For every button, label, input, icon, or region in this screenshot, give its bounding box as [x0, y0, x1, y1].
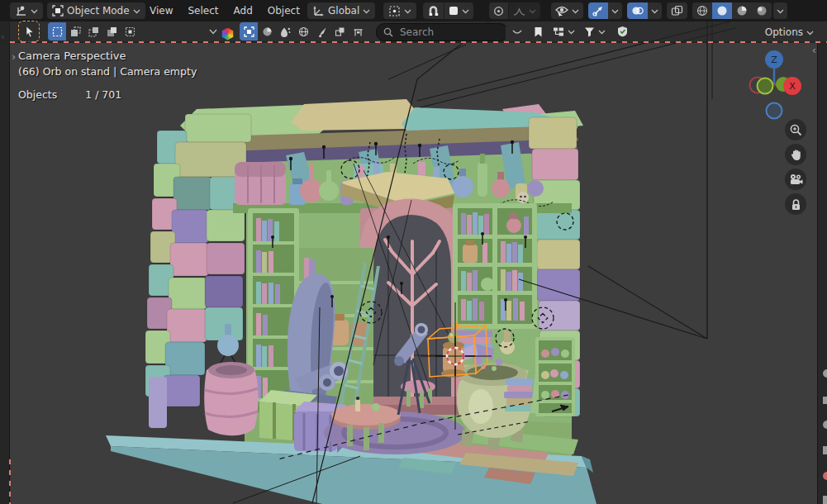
render-border-top: [10, 41, 827, 43]
bookmark-button[interactable]: [529, 22, 547, 40]
shield-check-button[interactable]: [613, 22, 631, 40]
shading-rendered-icon: [756, 5, 768, 17]
chevron-wide-icon: [511, 28, 523, 36]
navigation-gizmo[interactable]: Z X: [742, 48, 808, 122]
xray-icon: [671, 5, 683, 17]
visibility-eye-icon: [555, 5, 568, 17]
filter-world-button[interactable]: [294, 22, 312, 40]
shading-wireframe-button[interactable]: [692, 2, 712, 19]
search-field[interactable]: [376, 23, 508, 41]
zoom-button[interactable]: [785, 119, 806, 140]
material-hexagon-icon: [221, 28, 234, 40]
select-intersect-icon: [125, 26, 135, 37]
select-subtract-button[interactable]: [84, 22, 102, 40]
menu-object[interactable]: Object: [260, 2, 307, 19]
properties-tab-sliver[interactable]: [818, 43, 827, 504]
options-dropdown[interactable]: Options: [760, 24, 819, 40]
falloff-dropdown[interactable]: [509, 2, 540, 19]
filter-collections-button[interactable]: [330, 22, 349, 40]
active-object-label: (66) Orb on stand | Camera empty: [18, 65, 197, 78]
proportional-edit-toggle[interactable]: [489, 2, 508, 19]
mode-dropdown[interactable]: Object Mode: [47, 2, 145, 19]
filter-workspace-icon: [353, 26, 364, 37]
snap-toggle[interactable]: [423, 2, 444, 19]
filter-dropdown[interactable]: [580, 23, 610, 40]
viewport-overlay-text: Camera Perspective (66) Orb on stand | C…: [18, 50, 197, 101]
proportional-edit-controls: [489, 2, 540, 19]
menu-add[interactable]: Add: [226, 2, 260, 19]
snap-target-icon: [449, 6, 459, 16]
chevron-down-icon: [31, 7, 38, 15]
display-mode-dropdown[interactable]: [549, 23, 579, 40]
toolbar-expand-icon[interactable]: ›: [12, 53, 16, 61]
chevron-down-icon: [568, 28, 575, 36]
editor-type-icon: [15, 5, 27, 17]
collapse-dropdown-button[interactable]: [506, 24, 529, 40]
filter-collections-icon: [335, 26, 345, 37]
overlays-dropdown[interactable]: [648, 2, 662, 19]
shading-material-button[interactable]: [732, 2, 752, 19]
transform-orientation-dropdown[interactable]: Global: [307, 2, 375, 19]
gizmo-z-label: Z: [771, 55, 777, 65]
lock-icon: [791, 198, 801, 211]
filter-brush-icon: [316, 26, 327, 37]
xray-toggle[interactable]: [667, 2, 687, 19]
chevron-down-icon: [806, 29, 814, 36]
editor-type-dropdown[interactable]: [10, 2, 43, 19]
select-invert-button[interactable]: [102, 22, 121, 40]
search-input[interactable]: [398, 26, 501, 39]
filter-funnel-icon: [584, 26, 595, 37]
stats-value: 1 / 701: [85, 88, 121, 101]
select-invert-icon: [107, 26, 117, 37]
filter-world-icon: [298, 26, 309, 37]
stats-label: Objects: [18, 88, 57, 101]
menu-view[interactable]: View: [142, 2, 180, 19]
header-chevron-down-icon[interactable]: [208, 26, 218, 36]
filter-material-icon: [262, 26, 273, 37]
blender-window: { "topbar": { "mode_label": "Object Mode…: [0, 0, 827, 504]
filter-workspace-button[interactable]: [349, 22, 367, 40]
show-gizmo-toggle[interactable]: [588, 2, 608, 19]
shading-solid-button[interactable]: [712, 2, 732, 19]
filter-brush-button[interactable]: [312, 22, 330, 40]
cursor-tool-icon: [24, 26, 35, 37]
chevron-down-icon: [462, 7, 469, 15]
shading-rendered-button[interactable]: [752, 2, 772, 19]
select-intersect-button[interactable]: [121, 22, 139, 40]
chevron-down-icon: [133, 7, 140, 15]
pan-button[interactable]: [785, 144, 806, 165]
snap-magnet-icon: [427, 5, 440, 17]
lock-view-button[interactable]: [785, 193, 806, 215]
orientation-icon: [312, 5, 325, 17]
pan-hand-icon: [790, 148, 802, 161]
gizmo-arrow-icon: [592, 5, 604, 17]
chevron-down-icon: [404, 7, 411, 15]
gizmo-x-label: X: [789, 81, 796, 92]
filter-object-button[interactable]: [240, 22, 258, 40]
select-subtract-icon: [88, 26, 99, 37]
shading-solid-icon: [716, 5, 728, 17]
active-tool-tweak-button[interactable]: [20, 22, 38, 40]
tool-header: Options: [0, 21, 827, 43]
select-extend-button[interactable]: [66, 22, 84, 40]
chevron-down-icon: [651, 7, 658, 15]
filter-particles-button[interactable]: [276, 22, 294, 40]
snap-target-dropdown[interactable]: [444, 2, 473, 19]
menu-select[interactable]: Select: [180, 2, 226, 19]
render-border-left: [9, 459, 11, 504]
select-set-button[interactable]: [48, 22, 66, 40]
view-name-label: Camera Perspective: [18, 50, 197, 62]
gizmo-dropdown[interactable]: [608, 2, 622, 19]
shading-wireframe-icon: [696, 5, 708, 17]
chevron-down-icon: [529, 7, 536, 15]
show-overlays-toggle[interactable]: [627, 2, 648, 19]
gizmo-axis-neg-z[interactable]: [767, 103, 782, 119]
snap-controls: [423, 2, 473, 19]
shading-dropdown[interactable]: [773, 2, 787, 19]
camera-view-button[interactable]: [785, 169, 806, 190]
gizmo-axis-neg-y[interactable]: [758, 78, 773, 94]
filter-material-button[interactable]: [258, 22, 276, 40]
sidebar-collapse-icon[interactable]: ‹: [812, 46, 816, 55]
pivot-point-dropdown[interactable]: [383, 2, 416, 19]
show-object-types-dropdown[interactable]: [551, 2, 583, 19]
